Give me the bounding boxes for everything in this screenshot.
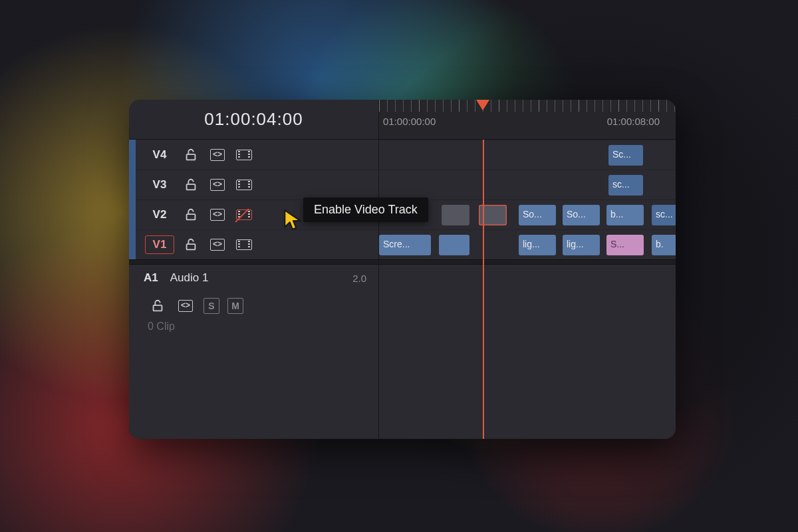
video-track-header-v3[interactable]: V3 <> (136, 170, 378, 200)
mute-button[interactable]: M (227, 298, 243, 314)
auto-select-icon[interactable]: <> (176, 297, 196, 315)
track-label[interactable]: V2 (145, 206, 174, 223)
playhead-marker[interactable] (476, 100, 489, 110)
enable-track-icon[interactable] (234, 206, 254, 223)
audio-track-name[interactable]: Audio 1 (170, 271, 209, 285)
lock-icon[interactable] (181, 236, 201, 253)
clip[interactable]: S... (606, 235, 644, 255)
track-headers: V4 <> V3 <> V2 (129, 140, 379, 439)
clip[interactable]: b. (652, 235, 676, 255)
video-track-header-v4[interactable]: V4 <> (136, 140, 378, 170)
timeline-clips-area[interactable]: Sc... sc... So...So...b...sc... Scre...l… (379, 140, 676, 439)
clip[interactable]: Sc... (608, 145, 643, 166)
clip[interactable]: b... (606, 205, 644, 225)
svg-rect-0 (187, 154, 196, 160)
lock-icon[interactable] (181, 146, 201, 164)
playhead-line[interactable] (483, 140, 484, 439)
tracks-area: V4 <> V3 <> V2 (129, 140, 676, 439)
timeline-header: 01:00:04:00 01:00:00:00 01:00:08:00 (129, 100, 676, 140)
lock-icon[interactable] (181, 176, 201, 194)
clip[interactable]: So... (519, 205, 556, 225)
ruler-ticks (379, 100, 676, 112)
ruler-label-end: 01:00:08:00 (607, 116, 660, 127)
svg-rect-4 (154, 305, 162, 311)
auto-select-icon[interactable]: <> (207, 176, 227, 194)
timeline-row-v4[interactable]: Sc... (379, 140, 676, 170)
lock-icon[interactable] (148, 297, 168, 315)
timeline-row-v3[interactable]: sc... (379, 170, 676, 200)
ruler-label-start: 01:00:00:00 (383, 116, 436, 127)
enable-track-icon[interactable] (234, 176, 254, 194)
lock-icon[interactable] (181, 206, 201, 223)
clip[interactable]: sc... (608, 175, 643, 196)
auto-select-icon[interactable]: <> (207, 146, 227, 164)
track-label[interactable]: A1 (144, 271, 158, 285)
clip[interactable]: lig... (519, 235, 556, 255)
track-label[interactable]: V3 (145, 176, 174, 194)
timeline-panel: 01:00:04:00 01:00:00:00 01:00:08:00 V4 <… (129, 100, 676, 439)
svg-rect-2 (187, 214, 196, 219)
clip[interactable]: sc... (652, 205, 676, 225)
clip[interactable]: So... (563, 205, 600, 225)
clip-count-label: 0 Clip (129, 321, 378, 332)
timecode-display[interactable]: 01:00:04:00 (129, 100, 379, 139)
audio-channel-count: 2.0 (352, 273, 366, 284)
clip[interactable]: Scre... (379, 235, 431, 255)
audio-track-header-a1[interactable]: A1 Audio 1 2.0 (129, 265, 378, 291)
time-ruler[interactable]: 01:00:00:00 01:00:08:00 (379, 100, 676, 139)
track-label[interactable]: V4 (145, 146, 174, 164)
svg-rect-1 (187, 184, 196, 190)
video-track-header-v1[interactable]: V1 <> (136, 229, 378, 259)
audio-track-controls: <> S M (129, 291, 378, 321)
track-label[interactable]: V1 (145, 235, 174, 254)
enable-track-icon[interactable] (234, 146, 254, 164)
timeline-row-v1[interactable]: Scre...lig...lig...S...b. (379, 229, 676, 259)
svg-rect-3 (187, 244, 196, 249)
auto-select-icon[interactable]: <> (207, 236, 227, 253)
auto-select-icon[interactable]: <> (207, 206, 227, 223)
clip[interactable] (442, 205, 469, 225)
enable-track-icon[interactable] (234, 236, 254, 253)
tooltip: Enable Video Track (303, 198, 428, 222)
solo-button[interactable]: S (203, 298, 219, 314)
cursor-icon (282, 209, 305, 231)
track-separator[interactable] (129, 259, 378, 265)
destination-strip[interactable] (129, 140, 136, 259)
clip[interactable] (439, 235, 469, 255)
clip[interactable]: lig... (563, 235, 600, 255)
track-separator[interactable] (379, 259, 676, 265)
